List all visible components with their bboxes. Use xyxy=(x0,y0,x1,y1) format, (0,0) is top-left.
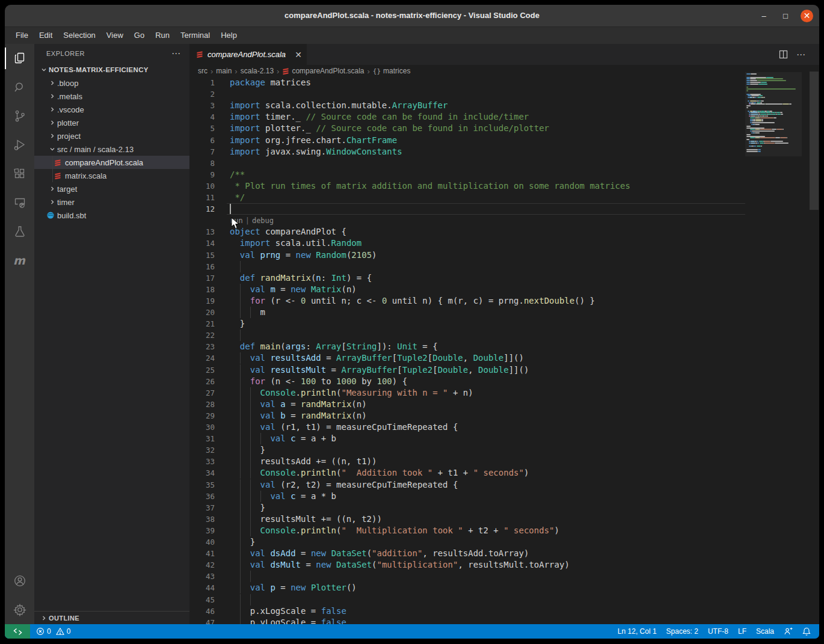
more-actions-icon[interactable]: ⋯ xyxy=(796,49,806,60)
code-line[interactable]: 32 } xyxy=(189,444,819,456)
tree-item-target[interactable]: target xyxy=(34,182,189,195)
minimap[interactable] xyxy=(745,73,802,164)
cursor-position[interactable]: Ln 12, Col 1 xyxy=(618,627,657,636)
maximize-icon[interactable]: □ xyxy=(779,9,792,22)
feedback-icon[interactable] xyxy=(784,627,793,636)
remote-explorer-icon[interactable] xyxy=(5,188,34,217)
breadcrumb-item-src[interactable]: src xyxy=(198,67,208,75)
code-line[interactable]: 27 Console.println("Measuring with n = "… xyxy=(189,387,819,399)
tab-close-icon[interactable]: ✕ xyxy=(295,50,302,60)
tree-item-matrix.scala[interactable]: matrix.scala xyxy=(34,169,189,182)
testing-icon[interactable] xyxy=(5,217,34,246)
code-line[interactable]: 40 } xyxy=(189,536,819,548)
run-debug-icon[interactable] xyxy=(5,130,34,159)
search-icon[interactable] xyxy=(5,73,34,102)
code-line[interactable]: 35 val (r2, t2) = measureCpuTimeRepeated… xyxy=(189,479,819,491)
tree-item-timer[interactable]: timer xyxy=(34,195,189,209)
code-line[interactable]: 21 } xyxy=(189,318,819,330)
menu-view[interactable]: View xyxy=(101,27,129,44)
code-line[interactable]: 16 xyxy=(189,261,819,272)
menu-file[interactable]: File xyxy=(10,27,34,44)
menu-selection[interactable]: Selection xyxy=(58,27,100,44)
indentation[interactable]: Spaces: 2 xyxy=(666,627,698,636)
tree-item-project[interactable]: project xyxy=(34,129,189,143)
code-line[interactable]: 47 p.yLogScale = false xyxy=(189,617,819,624)
metals-icon[interactable]: m xyxy=(5,246,34,275)
code-line[interactable]: 41 val dsAdd = new DataSet("addition", r… xyxy=(189,548,819,559)
encoding[interactable]: UTF-8 xyxy=(708,627,728,636)
code-line[interactable]: 15 val prng = new Random(2105) xyxy=(189,250,819,261)
code-line[interactable]: 30 val (r1, t1) = measureCpuTimeRepeated… xyxy=(189,422,819,433)
settings-gear-icon[interactable] xyxy=(5,595,34,624)
remote-indicator[interactable] xyxy=(5,624,30,639)
code-line[interactable]: 24 val resultsAdd = ArrayBuffer[Tuple2[D… xyxy=(189,352,819,364)
breadcrumb-item-compareandplot.scala[interactable]: compareAndPlot.scala xyxy=(282,67,364,75)
accounts-icon[interactable] xyxy=(5,566,34,595)
tab-compareandplot[interactable]: compareAndPlot.scala ✕ xyxy=(189,44,307,65)
code-line[interactable]: 5import plotter._ // Source code can be … xyxy=(189,123,819,134)
code-line[interactable]: 11 */ xyxy=(189,192,819,203)
code-line[interactable]: 34 Console.println(" Addition took " + t… xyxy=(189,467,819,479)
code-area[interactable]: 1package matrices23import scala.collecti… xyxy=(189,77,819,624)
tree-item-.bloop[interactable]: .bloop xyxy=(34,76,189,90)
menu-run[interactable]: Run xyxy=(150,27,175,44)
code-line[interactable]: 9/** xyxy=(189,169,819,180)
code-line[interactable]: 31 val c = a + b xyxy=(189,433,819,444)
eol-sequence[interactable]: LF xyxy=(738,627,746,636)
code-line[interactable]: 13object compareAndPlot { xyxy=(189,226,819,238)
code-line[interactable]: 2 xyxy=(189,88,819,100)
codelens-debug-link[interactable]: debug xyxy=(252,216,274,225)
extensions-icon[interactable] xyxy=(5,159,34,188)
code-line[interactable]: 17 def randMatrix(n: Int) = { xyxy=(189,272,819,284)
code-line[interactable]: 28 val a = randMatrix(n) xyxy=(189,399,819,410)
titlebar[interactable]: compareAndPlot.scala - notes-matrix-effi… xyxy=(5,5,819,26)
code-line[interactable]: 46 p.xLogScale = false xyxy=(189,606,819,617)
code-line[interactable]: 8 xyxy=(189,158,819,169)
tree-item-.metals[interactable]: .metals xyxy=(34,90,189,103)
code-line[interactable]: 26 for (n <- 100 to 1000 by 100) { xyxy=(189,376,819,387)
code-line[interactable]: 14 import scala.util.Random xyxy=(189,238,819,249)
minimize-icon[interactable]: – xyxy=(757,9,770,22)
code-line[interactable]: 29 val b = randMatrix(n) xyxy=(189,410,819,422)
code-line[interactable]: 12 xyxy=(189,203,819,215)
code-line[interactable]: 7import javax.swing.WindowConstants xyxy=(189,146,819,158)
code-line[interactable]: 18 val m = new Matrix(n) xyxy=(189,284,819,295)
code-line[interactable]: 44 val p = new Plotter() xyxy=(189,582,819,593)
code-line[interactable]: 39 Console.println(" Multiplication took… xyxy=(189,525,819,536)
outline-section-header[interactable]: OUTLINE xyxy=(34,611,189,624)
split-editor-icon[interactable] xyxy=(779,50,788,59)
problems-panel[interactable]: 0 0 xyxy=(36,627,70,636)
code-line[interactable]: 42 val dsMult = new DataSet("multiplicat… xyxy=(189,559,819,571)
breadcrumb-item-matrices[interactable]: {}matrices xyxy=(373,67,411,75)
code-line[interactable]: 38 resultsMult += ((n, t2)) xyxy=(189,514,819,525)
code-line[interactable]: 45 xyxy=(189,594,819,606)
editor-scrollbar[interactable] xyxy=(810,72,819,210)
tree-root-folder[interactable]: NOTES-MATRIX-EFFICIENCY xyxy=(34,63,189,76)
code-line[interactable]: 37 } xyxy=(189,502,819,514)
menu-help[interactable]: Help xyxy=(215,27,242,44)
source-control-icon[interactable] xyxy=(5,102,34,130)
code-line[interactable]: 23 def main(args: Array[String]): Unit =… xyxy=(189,341,819,352)
code-line[interactable]: 1package matrices xyxy=(189,77,819,88)
code-line[interactable]: 3import scala.collection.mutable.ArrayBu… xyxy=(189,100,819,111)
code-line[interactable]: 43 xyxy=(189,571,819,582)
code-line[interactable]: 6import org.jfree.chart.ChartFrame xyxy=(189,135,819,146)
tree-item-src-main-scala-2.13[interactable]: src / main / scala-2.13 xyxy=(34,143,189,156)
tree-item-plotter[interactable]: plotter xyxy=(34,116,189,129)
menu-terminal[interactable]: Terminal xyxy=(175,27,215,44)
code-line[interactable]: 4import timer._ // Source code can be fo… xyxy=(189,111,819,123)
tree-item-.vscode[interactable]: .vscode xyxy=(34,103,189,116)
breadcrumb-item-main[interactable]: main xyxy=(216,67,232,75)
close-icon[interactable]: ✕ xyxy=(801,10,813,22)
notifications-bell-icon[interactable] xyxy=(802,627,811,636)
code-line[interactable]: 22 xyxy=(189,330,819,341)
tree-item-build.sbt[interactable]: build.sbt xyxy=(34,209,189,222)
language-mode[interactable]: Scala xyxy=(756,627,774,636)
code-line[interactable]: 20 m xyxy=(189,307,819,318)
code-line[interactable]: 25 val resultsMult = ArrayBuffer[Tuple2[… xyxy=(189,364,819,376)
breadcrumb-item-scala-2.13[interactable]: scala-2.13 xyxy=(241,67,274,75)
menu-go[interactable]: Go xyxy=(129,27,150,44)
tree-item-compareandplot.scala[interactable]: compareAndPlot.scala xyxy=(34,156,189,169)
code-line[interactable]: 10 * Plot run times of matrix addition a… xyxy=(189,180,819,192)
menu-edit[interactable]: Edit xyxy=(34,27,58,44)
